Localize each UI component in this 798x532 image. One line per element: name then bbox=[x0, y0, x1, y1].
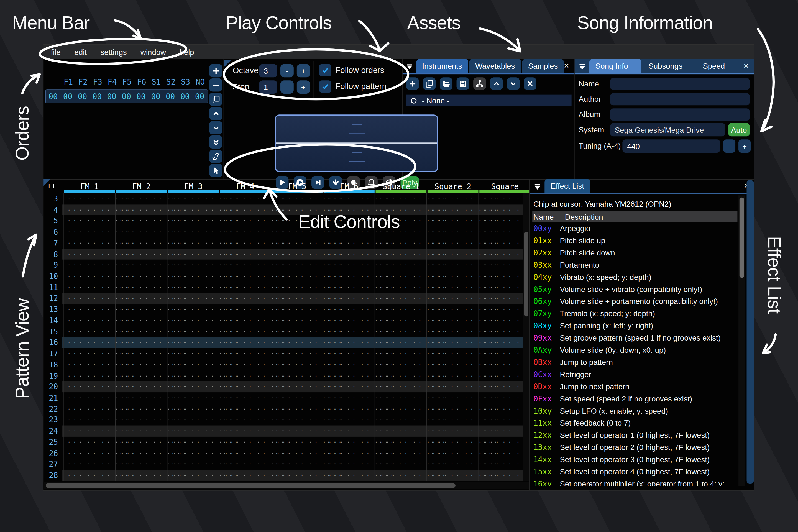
pattern-cell[interactable]: ··········· bbox=[427, 337, 479, 348]
pattern-cell[interactable]: ··········· bbox=[167, 227, 219, 238]
pattern-cell[interactable]: ··········· bbox=[64, 249, 116, 260]
pattern-vscrollbar[interactable] bbox=[523, 193, 529, 481]
pattern-cell[interactable]: ··········· bbox=[271, 315, 323, 326]
orders-cell[interactable]: 00 bbox=[119, 92, 134, 101]
channel-volume-bar[interactable] bbox=[168, 190, 219, 193]
pattern-cell[interactable]: ··········· bbox=[323, 238, 375, 249]
pattern-cell[interactable]: ··········· bbox=[479, 381, 523, 392]
octave-minus-button[interactable]: - bbox=[280, 64, 294, 77]
pattern-cell[interactable]: ··········· bbox=[64, 448, 116, 459]
orders-cell[interactable]: 00 bbox=[90, 92, 104, 101]
pattern-cell[interactable]: ··········· bbox=[116, 459, 167, 470]
pattern-cell[interactable]: ··········· bbox=[479, 260, 523, 271]
pattern-cell[interactable]: ··········· bbox=[323, 193, 375, 205]
name-input[interactable] bbox=[610, 78, 749, 90]
pattern-cell[interactable]: ··········· bbox=[220, 337, 271, 348]
channel-header-fm-1[interactable]: FM 1 bbox=[64, 182, 116, 191]
pattern-cell[interactable]: ··········· bbox=[427, 459, 479, 470]
channel-header-fm-4[interactable]: FM 4 bbox=[220, 182, 271, 191]
pattern-cell[interactable]: ··········· bbox=[323, 293, 375, 304]
orders-cell[interactable]: 00 bbox=[104, 92, 119, 101]
step-value[interactable]: 1 bbox=[259, 80, 277, 94]
pattern-cell[interactable]: ··········· bbox=[323, 260, 375, 271]
pattern-cell[interactable]: ··········· bbox=[167, 304, 219, 315]
auto-system-button[interactable]: Auto bbox=[728, 123, 749, 136]
pattern-cell[interactable]: ··········· bbox=[116, 215, 167, 227]
pattern-cell[interactable]: ··········· bbox=[479, 359, 523, 370]
pattern-cell[interactable]: ··········· bbox=[427, 215, 479, 227]
pattern-cell[interactable]: ··········· bbox=[323, 359, 375, 370]
pattern-cell[interactable]: ··········· bbox=[427, 392, 479, 403]
pattern-cell[interactable]: ··········· bbox=[375, 326, 427, 337]
duplicate-button[interactable] bbox=[423, 77, 436, 90]
pattern-cell[interactable]: ··········· bbox=[323, 448, 375, 459]
move-down-button[interactable] bbox=[209, 121, 223, 134]
pattern-cell[interactable]: ··········· bbox=[64, 326, 116, 337]
pattern-cell[interactable]: ··········· bbox=[427, 227, 479, 238]
pattern-hscrollbar-thumb[interactable] bbox=[46, 483, 456, 488]
pattern-cell[interactable]: ··········· bbox=[220, 403, 271, 415]
pattern-cell[interactable]: ··········· bbox=[220, 425, 271, 437]
pattern-cell[interactable]: ··········· bbox=[220, 260, 271, 271]
effect-entry[interactable]: 03xxPortamento bbox=[533, 261, 599, 270]
pattern-cell[interactable]: ··········· bbox=[427, 437, 479, 448]
pattern-cell[interactable]: ··········· bbox=[375, 470, 427, 481]
effect-entry[interactable]: 11xxSet feedback (0 to 7) bbox=[533, 419, 631, 428]
pattern-cell[interactable]: ··········· bbox=[167, 238, 219, 249]
pattern-cell[interactable]: ··········· bbox=[220, 249, 271, 260]
pattern-cell[interactable]: ··········· bbox=[220, 227, 271, 238]
channel-header-fm-3[interactable]: FM 3 bbox=[167, 182, 219, 191]
pattern-cell[interactable]: ··········· bbox=[479, 425, 523, 437]
pattern-cell[interactable]: ··········· bbox=[375, 271, 427, 282]
pattern-cell[interactable]: ··········· bbox=[375, 448, 427, 459]
pattern-cell[interactable]: ··········· bbox=[375, 337, 427, 348]
pattern-cell[interactable]: ··········· bbox=[167, 282, 219, 293]
pattern-cell[interactable]: ··········· bbox=[479, 271, 523, 282]
step-minus-button[interactable]: - bbox=[280, 80, 294, 94]
follow-pattern-checkbox[interactable] bbox=[319, 80, 331, 93]
pattern-cell[interactable]: ··········· bbox=[323, 249, 375, 260]
pattern-cell[interactable]: ··········· bbox=[116, 337, 167, 348]
pattern-cell[interactable]: ··········· bbox=[220, 315, 271, 326]
pattern-cell[interactable]: ··········· bbox=[167, 415, 219, 425]
pattern-cell[interactable]: ··········· bbox=[479, 470, 523, 481]
pattern-cell[interactable]: ··········· bbox=[64, 425, 116, 437]
orders-channel-header[interactable]: F5 bbox=[120, 77, 134, 88]
octave-plus-button[interactable]: + bbox=[297, 64, 310, 77]
pattern-cell[interactable]: ··········· bbox=[427, 315, 479, 326]
pattern-cell[interactable]: ··········· bbox=[167, 215, 219, 227]
pattern-cell[interactable]: ··········· bbox=[64, 381, 116, 392]
pattern-cell[interactable]: ··········· bbox=[167, 425, 219, 437]
pattern-cell[interactable]: ··········· bbox=[167, 271, 219, 282]
pattern-cell[interactable]: ··········· bbox=[116, 260, 167, 271]
pattern-cell[interactable]: ··········· bbox=[427, 359, 479, 370]
channel-header-square-1[interactable]: Square 1 bbox=[375, 182, 427, 191]
effect-entry[interactable]: 13xxSet level of operator 2 (0 highest, … bbox=[533, 443, 709, 452]
pattern-cell[interactable]: ··········· bbox=[167, 448, 219, 459]
orders-cell[interactable]: 00 bbox=[163, 92, 177, 101]
pattern-cell[interactable]: ··········· bbox=[271, 282, 323, 293]
pattern-cell[interactable]: ··········· bbox=[271, 193, 323, 205]
pattern-cell[interactable]: ··········· bbox=[167, 260, 219, 271]
pattern-cell[interactable]: ··········· bbox=[167, 392, 219, 403]
pattern-cell[interactable]: ··········· bbox=[271, 470, 323, 481]
pattern-cell[interactable]: ··········· bbox=[427, 293, 479, 304]
pattern-cell[interactable]: ··········· bbox=[271, 437, 323, 448]
channel-volume-bar[interactable] bbox=[220, 190, 271, 193]
pattern-cell[interactable]: ··········· bbox=[64, 392, 116, 403]
pattern-cell[interactable]: ··········· bbox=[323, 381, 375, 392]
pattern-cell[interactable]: ··········· bbox=[427, 326, 479, 337]
pattern-cell[interactable]: ··········· bbox=[220, 470, 271, 481]
pattern-cell[interactable]: ··········· bbox=[116, 437, 167, 448]
pattern-cell[interactable]: ··········· bbox=[271, 448, 323, 459]
orders-channel-header[interactable]: F6 bbox=[134, 77, 149, 88]
pattern-cell[interactable]: ··········· bbox=[271, 348, 323, 359]
save-button[interactable] bbox=[457, 77, 469, 90]
menu-item-help[interactable]: help bbox=[180, 48, 194, 56]
effect-entry[interactable]: 00xyArpeggio bbox=[533, 224, 590, 233]
pattern-cell[interactable]: ··········· bbox=[116, 238, 167, 249]
pattern-cell[interactable]: ··········· bbox=[323, 315, 375, 326]
orders-channel-header[interactable]: S1 bbox=[149, 77, 164, 88]
menu-item-settings[interactable]: settings bbox=[100, 48, 127, 56]
tab-subsongs[interactable]: Subsongs bbox=[642, 59, 696, 73]
